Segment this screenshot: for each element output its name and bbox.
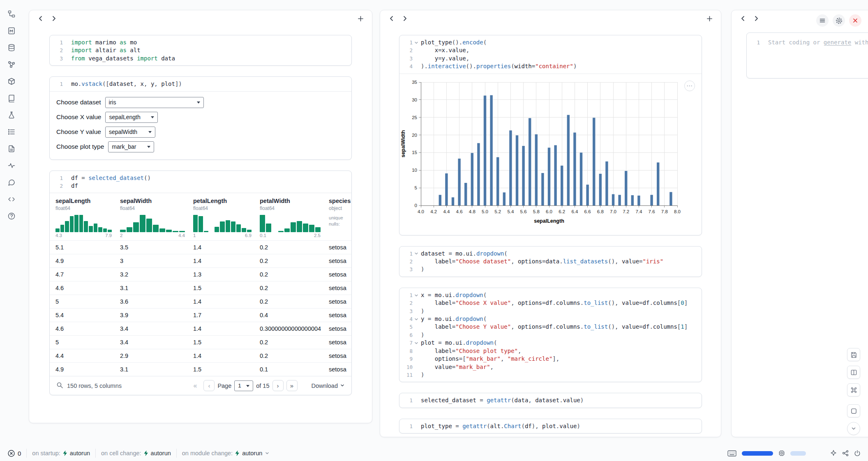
download-button[interactable]: Download: [312, 383, 345, 389]
fold-toggle[interactable]: [414, 317, 419, 322]
connections-icon[interactable]: [842, 450, 849, 456]
code-line: 11): [399, 371, 702, 379]
choose-dataset-select[interactable]: iris: [105, 97, 204, 108]
table-row[interactable]: 4.931.40.2setosa: [50, 254, 351, 267]
previous-page-button[interactable]: ‹: [203, 380, 215, 391]
chat-button[interactable]: [6, 177, 17, 188]
settings-button[interactable]: [833, 14, 845, 27]
packages-button[interactable]: [6, 76, 17, 87]
ai-placeholder[interactable]: Start coding or generate with AI: [768, 39, 868, 46]
cell-editor[interactable]: 1x = mo.ui.dropdown(2 label="Choose X va…: [399, 288, 702, 382]
fold-toggle[interactable]: [414, 341, 419, 346]
marimo-file-button[interactable]: [6, 26, 17, 37]
documentation-button[interactable]: [6, 93, 17, 104]
column-forward-button[interactable]: [399, 12, 411, 25]
code-text: y=y.value,: [421, 55, 469, 62]
choose-x-value-select[interactable]: sepalLength: [105, 112, 158, 123]
cell-editor[interactable]: 1selected_dataset = getattr(data, datase…: [399, 393, 702, 407]
cell-editor[interactable]: 1mo.vstack([dataset, x, y, plot]): [50, 77, 351, 91]
choose-y-value-select[interactable]: sepalWidth: [105, 127, 155, 138]
add-cell-button[interactable]: [703, 12, 716, 25]
on-startup-setting[interactable]: on startup: autorun: [32, 450, 90, 456]
outline-button[interactable]: [6, 127, 17, 138]
search-button[interactable]: [56, 382, 63, 390]
error-indicator[interactable]: 0: [7, 449, 21, 457]
add-cell-button[interactable]: [354, 12, 367, 25]
table-row[interactable]: 53.61.40.2setosa: [50, 295, 351, 308]
table-cell: 4.6: [55, 325, 120, 332]
line-number: 1: [56, 39, 63, 46]
minimap-button[interactable]: [847, 404, 860, 417]
sparkle-icon[interactable]: [830, 450, 837, 456]
code-text: ): [421, 265, 424, 273]
table-cell: setosa: [329, 271, 351, 278]
page-select[interactable]: 1: [234, 380, 253, 391]
column-back-button[interactable]: [386, 12, 398, 25]
histogram-bar: [60, 225, 65, 232]
column-forward-button[interactable]: [48, 12, 60, 25]
command-palette-button[interactable]: [847, 383, 860, 396]
histogram-bar: [315, 227, 321, 232]
fold-toggle[interactable]: [414, 293, 419, 298]
select-wrap: 1: [234, 380, 253, 391]
cell-editor[interactable]: 1df = selected_dataset()2df: [50, 171, 351, 193]
table-row[interactable]: 5.43.91.70.4setosa: [50, 308, 351, 322]
column-back-button[interactable]: [737, 12, 749, 25]
datasources-button[interactable]: [6, 43, 17, 53]
close-panel-button[interactable]: [849, 14, 861, 27]
cell-selected-dataset: 1selected_dataset = getattr(data, datase…: [399, 393, 702, 408]
fold-toggle[interactable]: [414, 40, 419, 45]
scroll-to-bottom-button[interactable]: [847, 422, 860, 435]
code-line: 4).interactive().properties(width="conta…: [399, 62, 702, 70]
cell-editor[interactable]: 1dataset = mo.ui.dropdown(2 label="Choos…: [399, 247, 702, 277]
ai-scratch-cell[interactable]: 1 Start coding or generate with AI: [746, 32, 868, 78]
choose-plot-type-select[interactable]: mark_bar: [108, 141, 154, 152]
column-header[interactable]: petalWidthfloat640.12.5: [260, 197, 329, 240]
cell-editor[interactable]: 1plot_type = getattr(alt.Chart(df), plot…: [399, 419, 702, 433]
generate-link[interactable]: generate: [824, 39, 851, 46]
column-back-button[interactable]: [35, 12, 47, 25]
chart-options-button[interactable]: ⋯: [684, 81, 695, 91]
line-gutter: 2: [399, 299, 421, 307]
select-wrap: sepalWidth: [105, 127, 155, 138]
on-module-change-setting[interactable]: on module change: autorun: [182, 450, 270, 456]
table-row[interactable]: 5.13.51.40.2setosa: [50, 240, 351, 254]
column-header[interactable]: speciesobjectuniquenulls:: [329, 197, 351, 240]
next-page-button[interactable]: ›: [272, 380, 284, 391]
tracing-button[interactable]: [6, 161, 17, 171]
dropdown-label: Choose X value: [56, 113, 101, 121]
file-explorer-button[interactable]: [6, 9, 17, 20]
fold-toggle[interactable]: [414, 251, 419, 256]
snippets-button[interactable]: [6, 194, 17, 205]
menu-button[interactable]: [816, 14, 829, 27]
scratchpad-button[interactable]: [6, 110, 17, 121]
column-forward-button[interactable]: [750, 12, 762, 25]
line-gutter: 1: [399, 39, 421, 46]
table-row[interactable]: 4.63.11.50.2setosa: [50, 281, 351, 295]
power-icon[interactable]: [854, 450, 861, 456]
dependency-graph-button[interactable]: [6, 60, 17, 70]
column-header[interactable]: petalLengthfloat6416.9: [193, 197, 260, 240]
column-header[interactable]: sepalWidthfloat6424.4: [120, 197, 193, 240]
help-button[interactable]: [6, 211, 17, 222]
layout-button[interactable]: [847, 366, 860, 379]
keyboard-icon[interactable]: [727, 450, 736, 456]
cell-editor[interactable]: 1plot_type().encode(2 x=x.value,3 y=y.va…: [399, 35, 702, 74]
column-header[interactable]: sepalLengthfloat644.37.9: [55, 197, 120, 240]
chart-bar: [567, 115, 570, 205]
histogram-bar: [284, 228, 290, 232]
logs-button[interactable]: [6, 144, 17, 154]
table-row[interactable]: 4.42.91.40.2setosa: [50, 349, 351, 362]
on-cell-change-setting[interactable]: on cell change: autorun: [101, 450, 171, 456]
line-gutter: 7: [399, 339, 421, 347]
cell-editor[interactable]: 1import marimo as mo2import altair as al…: [50, 35, 351, 65]
first-page-button[interactable]: «: [189, 380, 201, 391]
file-explorer-icon: [7, 10, 16, 19]
table-row[interactable]: 53.41.50.2setosa: [50, 335, 351, 349]
table-row[interactable]: 4.93.11.50.1setosa: [50, 362, 351, 376]
plus-icon: [706, 15, 713, 22]
save-button[interactable]: [847, 348, 860, 361]
table-row[interactable]: 4.63.41.40.30000000000000004setosa: [50, 322, 351, 335]
table-row[interactable]: 4.73.21.30.2setosa: [50, 267, 351, 281]
last-page-button[interactable]: »: [286, 380, 298, 391]
